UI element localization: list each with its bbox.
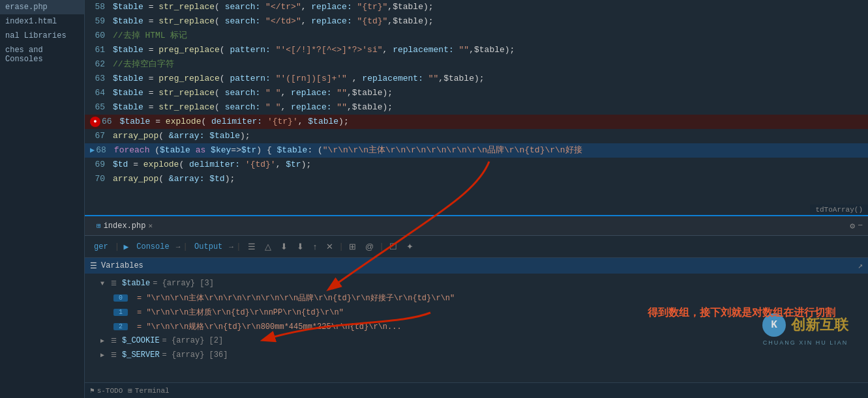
settings-icon[interactable]: ⚙ [850,221,855,231]
line-num: 60 [90,29,113,43]
toolbar-btn-box[interactable]: ☐ [385,240,401,253]
code-line-70: 70 array_pop( &array: $td); [85,172,868,186]
line-code: $table = str_replace( search: " ", repla… [113,86,393,100]
line-code: array_pop( &array: $table); [113,129,250,143]
line-code: $table = str_replace( search: "</td>", r… [113,14,434,29]
output-label[interactable]: Output [190,242,226,251]
line-code: //去掉空白字符 [113,57,174,72]
line-num: 68 [96,143,114,158]
expand-icon-server[interactable]: ▶ [100,351,108,359]
watermark-text-en: CHUANG XIN HU LIAN [763,339,848,346]
debugger-label[interactable]: ger [90,242,112,251]
code-line-67: 67 array_pop( &array: $table); [85,129,868,143]
variables-title: ☰ Variables [90,261,143,271]
var-value-server: = {array} [36] [162,350,228,360]
var-row-server[interactable]: ▶ ☰ $_SERVER = {array} [36] [85,348,868,362]
expand-icon-table[interactable]: ▼ [100,280,108,287]
todo-icon: ⚑ [90,386,95,395]
tab-item-index[interactable]: ⊞ index.php ✕ [90,216,159,236]
code-lines: 58 $table = str_replace( search: "</tr>"… [85,0,868,215]
arrow-icon: ▶ [90,143,95,158]
code-line-68: ▶ 68 foreach ($table as $key=>$tr) { $ta… [85,143,868,158]
watermark-k: K [771,319,777,331]
var-value-table: = {array} [3] [153,279,214,288]
left-sidebar: erase.php index1.html nal Libraries ches… [0,0,85,398]
var-icon-server: ☰ [111,351,117,359]
toolbar-sep2: | [183,242,188,251]
expand-icon-cookie[interactable]: ▶ [100,337,108,345]
todo-label: s-TODO [97,387,123,395]
line-num: 61 [90,43,113,57]
tab-label: index.php [104,221,146,231]
var-value-0: = "\r\n\r\n主体\r\n\r\n\r\n\r\n\r\n品牌\r\n{… [137,292,455,304]
terminal-icon: ⊞ [128,386,132,395]
code-container: 58 $table = str_replace( search: "</tr>"… [85,0,868,215]
code-line-66: ● 66 $table = explode( delimiter: '{tr}'… [85,115,868,129]
var-row-table[interactable]: ▼ ☰ $table = {array} [3] [85,276,868,291]
watermark-logo: K 创新互联 [762,313,848,337]
minimize-icon[interactable]: − [858,221,863,231]
variables-expand-icon[interactable]: ↗ [858,261,863,271]
toolbar-btn-down2[interactable]: ⬇ [293,240,308,253]
console-label[interactable]: Console [132,242,173,251]
tab-bar: ⊞ index.php ✕ ⚙ − [85,216,868,236]
toolbar-btn-grid[interactable]: ⊞ [345,240,360,253]
code-line-58: 58 $table = str_replace( search: "</tr>"… [85,0,868,14]
line-code: //去掉 HTML 标记 [113,29,187,43]
code-line-60: 60 //去掉 HTML 标记 [85,29,868,43]
var-row-table-2[interactable]: 2 = "\r\n\r\n规格\r\n{td}\r\n800mm*445mm*2… [85,319,868,334]
variables-content: ▼ ☰ $table = {array} [3] 0 = "\r\n\r\n主体… [85,274,868,382]
variables-icon: ☰ [90,261,97,271]
bottom-panel: ⊞ index.php ✕ ⚙ − ger | ▶ Console → | Ou… [85,215,868,398]
watermark: K 创新互联 CHUANG XIN HU LIAN [762,313,848,346]
toolbar-btn-up2[interactable]: ↑ [309,240,322,253]
code-line-62: 62 //去掉空白字符 [85,57,868,72]
var-name-cookie: $_COOKIE [122,336,160,345]
code-line-61: 61 $table = preg_replace( pattern: "'<[/… [85,43,868,57]
tab-icon: ⊞ [97,221,101,230]
toolbar-sep5: | [379,242,384,251]
sidebar-item-consoles[interactable]: ches and Consoles [0,43,84,66]
status-item-terminal[interactable]: ⊞ Terminal [128,386,169,395]
var-row-table-0[interactable]: 0 = "\r\n\r\n主体\r\n\r\n\r\n\r\n\r\n品牌\r\… [85,291,868,305]
console-arrow: → [176,243,181,251]
sidebar-item-index1[interactable]: index1.html [0,14,84,29]
output-arrow: → [229,243,233,251]
status-item-todo[interactable]: ⚑ s-TODO [90,386,123,395]
var-name-table: $table [122,279,150,288]
line-num: 70 [90,172,113,186]
line-num: 63 [90,72,113,86]
toolbar-btn-at[interactable]: @ [361,240,378,253]
line-num: 62 [90,57,113,72]
editor-area: 58 $table = str_replace( search: "</tr>"… [85,0,868,215]
toolbar-sep3: | [236,242,241,251]
var-icon-cookie: ☰ [111,337,117,345]
line-code: $table = preg_replace( pattern: "'<[/!]*… [113,43,515,57]
var-type-2: 2 [113,323,128,330]
var-row-cookie[interactable]: ▶ ☰ $_COOKIE = {array} [2] [85,334,868,348]
toolbar-btn-down[interactable]: ⬇ [277,240,292,253]
code-line-69: 69 $td = explode( delimiter: '{td}', $tr… [85,158,868,172]
line-num: 59 [90,14,113,29]
var-row-table-1[interactable]: 1 = "\r\n\r\n主材质\r\n{td}\r\nnPP\r\n{td}\… [85,305,868,319]
var-type-0: 0 [113,294,128,302]
code-line-59: 59 $table = str_replace( search: "</td>"… [85,14,868,29]
line-code: $td = explode( delimiter: '{td}', $tr); [113,158,311,172]
status-bar: ⚑ s-TODO ⊞ Terminal [85,382,868,398]
var-name-server: $_SERVER [122,350,160,360]
tab-icons: ⚙ − [850,221,863,231]
function-label: tdToArray() [810,205,868,215]
toolbar-btn-cross[interactable]: ✕ [322,240,337,253]
run-icon[interactable]: ▶ [122,240,130,253]
line-code: $table = explode( delimiter: '{tr}', $ta… [120,115,349,129]
sidebar-item-erase[interactable]: erase.php [0,0,84,14]
toolbar-btn-list[interactable]: ☰ [244,240,260,253]
tab-close-icon[interactable]: ✕ [148,221,153,230]
sidebar-item-libraries[interactable]: nal Libraries [0,29,84,43]
toolbar-btn-star[interactable]: ✦ [402,240,417,253]
line-code: $table = str_replace( search: " ", repla… [113,100,393,115]
toolbar-btn-up[interactable]: △ [261,240,275,253]
toolbar-sep1: | [115,242,120,251]
watermark-icon: K [762,313,786,337]
var-icon-table: ☰ [111,279,117,287]
